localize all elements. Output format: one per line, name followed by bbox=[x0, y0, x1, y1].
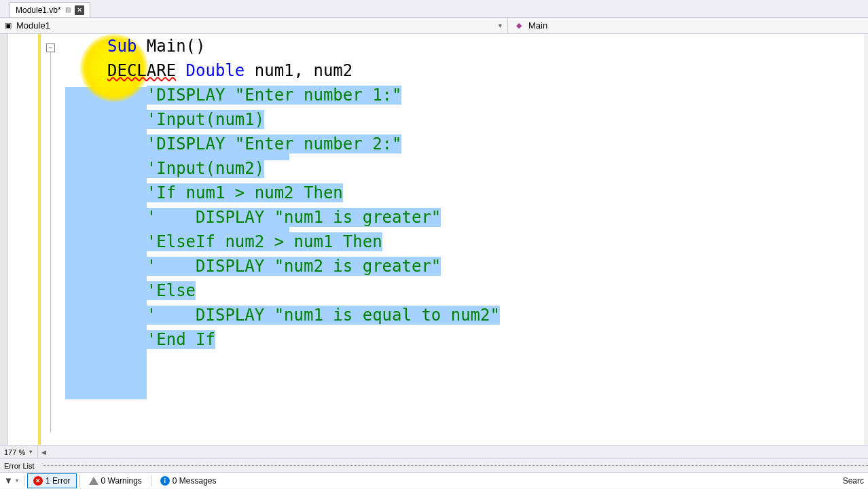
code-line: 'DISPLAY "Enter number 2:" bbox=[65, 132, 868, 156]
chevron-down-icon: ▼ bbox=[28, 449, 33, 455]
pin-icon[interactable]: ⊟ bbox=[65, 6, 71, 14]
tab-title: Module1.vb* bbox=[16, 5, 61, 15]
error-list-header[interactable]: Error List bbox=[0, 458, 868, 472]
fold-line bbox=[50, 52, 51, 433]
member-label: Main bbox=[528, 20, 547, 31]
zoom-value: 177 % bbox=[4, 448, 25, 456]
filter-icon[interactable]: ▼ bbox=[4, 475, 13, 486]
module-icon: ▣ bbox=[3, 20, 14, 31]
error-icon: ✕ bbox=[33, 476, 43, 486]
outlining-margin: − bbox=[41, 34, 65, 445]
search-label: Searc bbox=[843, 476, 868, 486]
message-icon: i bbox=[160, 476, 170, 486]
error-list-toolbar: ▼ ▾ ✕ 1 Error 0 Warnings i 0 Messages Se… bbox=[0, 472, 868, 488]
code-line: 'Else bbox=[65, 278, 868, 303]
code-line: ' DISPLAY "num1 is equal to num2" bbox=[65, 303, 868, 327]
scroll-left-button[interactable]: ◀ bbox=[38, 446, 49, 458]
separator bbox=[79, 475, 80, 487]
code-line: 'ElseIf num2 > num1 Then bbox=[65, 230, 868, 254]
member-dropdown[interactable]: ◆ Main bbox=[508, 18, 868, 33]
code-line-error: DECLARE Double num1, num2 bbox=[65, 58, 868, 83]
horizontal-scrollbar[interactable]: ◀ bbox=[38, 446, 868, 458]
code-pane[interactable]: Sub Main() DECLARE Double num1, num2 'DI… bbox=[65, 34, 868, 445]
errors-filter-button[interactable]: ✕ 1 Error bbox=[27, 473, 77, 488]
document-tab[interactable]: Module1.vb* ⊟ ✕ bbox=[10, 2, 90, 17]
code-line: 'If num1 > num2 Then bbox=[65, 181, 868, 205]
tab-strip: Module1.vb* ⊟ ✕ bbox=[0, 0, 868, 18]
code-line: Sub Main() bbox=[65, 34, 868, 58]
code-line: 'DISPLAY "Enter number 1:" bbox=[65, 83, 868, 107]
chevron-down-icon: ▼ bbox=[497, 22, 507, 29]
navigation-bar: ▣ Module1 ▼ ◆ Main bbox=[0, 18, 868, 34]
editor-footer: 177 % ▼ ◀ bbox=[0, 445, 868, 458]
gutter bbox=[8, 34, 41, 445]
warnings-count: 0 Warnings bbox=[101, 476, 142, 486]
close-icon[interactable]: ✕ bbox=[75, 5, 84, 15]
filter-dropdown-icon[interactable]: ▾ bbox=[13, 477, 21, 484]
grip-dots bbox=[43, 465, 868, 466]
messages-filter-button[interactable]: i 0 Messages bbox=[154, 473, 223, 488]
separator bbox=[24, 475, 24, 487]
code-editor[interactable]: − Sub Main() DECLARE Double num1, num2 '… bbox=[0, 34, 868, 445]
scope-label: Module1 bbox=[16, 20, 50, 31]
errors-count: 1 Error bbox=[46, 476, 71, 486]
indicator-margin bbox=[0, 34, 8, 445]
code-line: ' DISPLAY "num1 is greater" bbox=[65, 205, 868, 230]
separator bbox=[151, 475, 151, 487]
messages-count: 0 Messages bbox=[173, 476, 217, 486]
fold-toggle[interactable]: − bbox=[46, 43, 55, 52]
code-line: 'End If bbox=[65, 327, 868, 352]
error-list-title: Error List bbox=[4, 462, 35, 470]
scope-dropdown[interactable]: ▣ Module1 ▼ bbox=[0, 18, 508, 33]
warning-icon bbox=[89, 477, 98, 485]
code-line: ' DISPLAY "num2 is greater" bbox=[65, 254, 868, 278]
code-line: 'Input(num2) bbox=[65, 156, 868, 181]
zoom-dropdown[interactable]: 177 % ▼ bbox=[0, 446, 38, 458]
method-icon: ◆ bbox=[513, 20, 524, 31]
warnings-filter-button[interactable]: 0 Warnings bbox=[83, 473, 148, 488]
code-line: 'Input(num1) bbox=[65, 107, 868, 132]
